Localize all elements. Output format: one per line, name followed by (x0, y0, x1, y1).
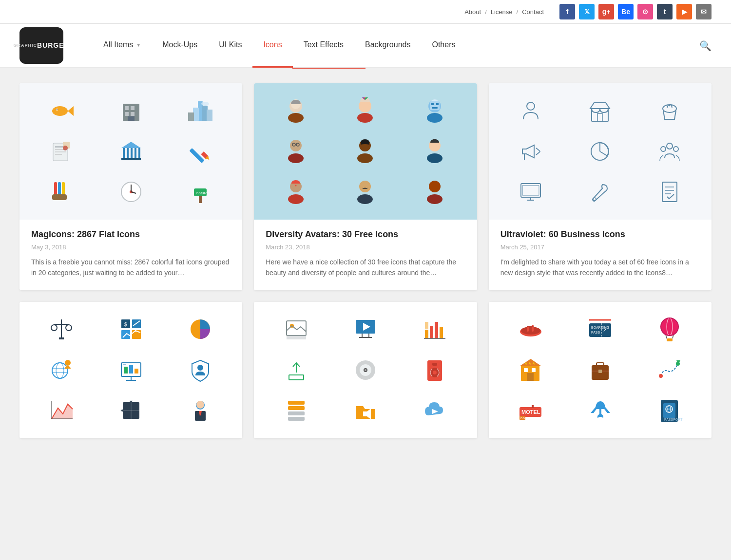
facebook-icon[interactable]: f (559, 4, 575, 19)
svg-rect-185 (524, 368, 528, 372)
card-title-ultraviolet[interactable]: Ultraviolet: 60 Business Icons (500, 229, 700, 240)
svg-rect-28 (138, 148, 140, 158)
svg-point-45 (288, 113, 304, 123)
mail-icon[interactable]: ✉ (696, 4, 712, 19)
svg-text:PASSPORT: PASSPORT (664, 418, 683, 421)
card-date-ultraviolet: March 25, 2017 (500, 243, 700, 251)
svg-rect-36 (52, 194, 67, 200)
icon-wrench (568, 174, 632, 210)
svg-point-91 (667, 143, 673, 149)
card-date-magicons: May 3, 2018 (31, 243, 231, 251)
icon-hot-air-balloon (637, 312, 702, 347)
avatar-9 (403, 174, 467, 210)
icon-pencil (168, 133, 232, 169)
svg-rect-146 (430, 326, 433, 338)
card-title-magicons[interactable]: Magicons: 2867 Flat Icons (31, 229, 231, 240)
icon-puzzle (98, 392, 163, 428)
svg-rect-192 (598, 370, 602, 373)
nav-text-effects[interactable]: Text Effects (293, 24, 354, 68)
card-image-magicons: nature (19, 83, 242, 220)
svg-point-15 (201, 102, 209, 106)
svg-rect-58 (436, 103, 439, 105)
svg-rect-8 (131, 112, 135, 116)
svg-text:MOTEL: MOTEL (521, 409, 540, 415)
svg-rect-29 (121, 158, 141, 160)
card-image-travel: BOARDING PASS (489, 302, 712, 438)
svg-rect-145 (425, 330, 428, 338)
card-diversity: Diversity Avatars: 30 Free Icons March 2… (254, 83, 477, 290)
svg-rect-7 (125, 112, 129, 116)
svg-text:PASS: PASS (591, 331, 600, 334)
nav-all-items[interactable]: All Items ▼ (93, 24, 152, 68)
svg-rect-34 (58, 182, 61, 196)
icon-person-tie (168, 392, 232, 428)
main-content: nature Magicons: 2867 Flat Icons May 3, … (0, 69, 731, 453)
svg-point-159 (433, 371, 437, 374)
nav-others[interactable]: Others (421, 24, 466, 68)
icon-team (637, 133, 702, 169)
icon-document (637, 174, 702, 210)
card-body-magicons: Magicons: 2867 Flat Icons May 3, 2018 Th… (19, 220, 242, 290)
svg-rect-6 (131, 106, 135, 110)
card-title-diversity[interactable]: Diversity Avatars: 30 Free Icons (266, 229, 465, 240)
icon-folder-speaker (333, 392, 398, 428)
icon-fish (29, 93, 94, 129)
svg-rect-95 (522, 186, 539, 195)
svg-rect-139 (287, 336, 306, 339)
svg-point-105 (51, 325, 57, 331)
svg-rect-149 (425, 322, 428, 329)
about-link[interactable]: About (464, 8, 481, 16)
svg-rect-26 (131, 148, 133, 158)
card-body-diversity: Diversity Avatars: 30 Free Icons March 2… (254, 220, 477, 290)
icon-clock (98, 174, 163, 210)
nav-backgrounds[interactable]: Backgrounds (354, 24, 421, 68)
svg-point-0 (52, 106, 68, 116)
icon-person (499, 93, 563, 129)
header: GRAPHIC BURGER All Items ▼ Mock-Ups UI K… (0, 24, 731, 68)
icon-nature-sign: nature (168, 174, 232, 210)
top-bar: About / License / Contact f 𝕏 g+ Be ⊙ t … (0, 0, 731, 24)
logo[interactable]: GRAPHIC BURGER (19, 27, 63, 64)
avatar-3 (403, 93, 467, 129)
svg-rect-151 (289, 375, 304, 380)
card-date-diversity: March 23, 2018 (266, 243, 465, 251)
svg-rect-160 (432, 363, 437, 366)
svg-point-67 (357, 153, 373, 163)
twitter-icon[interactable]: 𝕏 (579, 4, 595, 19)
svg-rect-59 (432, 107, 438, 109)
icon-globe-person (29, 352, 94, 388)
sep1: / (485, 8, 487, 16)
nav-icons[interactable]: Icons (252, 24, 292, 68)
icon-building (98, 93, 163, 129)
svg-rect-186 (532, 368, 536, 372)
svg-rect-125 (135, 369, 138, 373)
svg-rect-187 (527, 373, 534, 381)
main-nav: All Items ▼ Mock-Ups UI Kits Icons Text … (93, 24, 712, 68)
card-image-ultraviolet (489, 83, 712, 220)
social-icons: f 𝕏 g+ Be ⊙ t ▶ ✉ (559, 4, 712, 19)
license-link[interactable]: License (491, 8, 513, 16)
nav-mockups[interactable]: Mock-Ups (152, 24, 208, 68)
tumblr-icon[interactable]: t (657, 4, 673, 19)
avatar-8 (333, 174, 398, 210)
icon-grid-chart: $ (98, 312, 163, 347)
svg-text:★★★: ★★★ (524, 361, 536, 366)
svg-rect-27 (135, 148, 136, 158)
search-icon[interactable]: 🔍 (699, 40, 712, 52)
icon-hotel: ★★★ (499, 352, 563, 388)
card-travel: BOARDING PASS (489, 302, 712, 438)
svg-rect-164 (288, 417, 305, 421)
rss-icon[interactable]: ▶ (676, 4, 692, 19)
nav-uikits[interactable]: UI Kits (208, 24, 252, 68)
icon-cloud-play (403, 392, 467, 428)
behance-icon[interactable]: Be (618, 4, 634, 19)
card-desc-diversity: Here we have a nice collection of 30 fre… (266, 257, 465, 279)
dribbble-icon[interactable]: ⊙ (637, 4, 653, 19)
card-desc-magicons: This is a freebie you cannot miss: 2867 … (31, 257, 231, 279)
gplus-icon[interactable]: g+ (598, 4, 614, 19)
contact-link[interactable]: Contact (522, 8, 544, 16)
icon-scale (29, 312, 94, 347)
svg-point-72 (433, 139, 437, 143)
svg-point-83 (527, 102, 535, 110)
icon-music-speaker (403, 352, 467, 388)
